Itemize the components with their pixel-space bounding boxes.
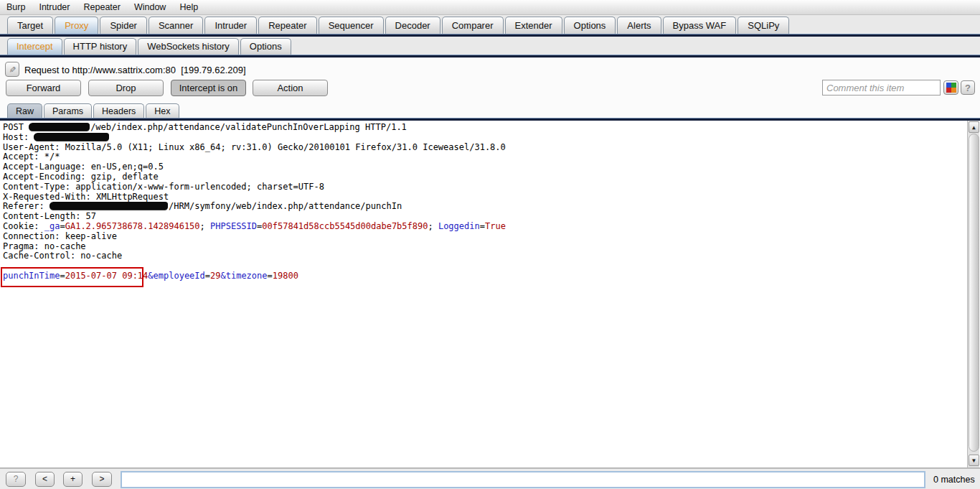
code-segment: = <box>268 271 273 281</box>
edit-request-button[interactable]: ✎ <box>5 62 19 77</box>
code-segment: 19800 <box>273 271 298 281</box>
code-line: Connection: keep-alive <box>3 232 980 242</box>
code-segment: Pragma: no-cache <box>3 241 86 251</box>
code-segment: True <box>485 221 506 231</box>
code-line: Accept: */* <box>3 152 980 162</box>
search-next-button[interactable]: > <box>92 472 112 487</box>
search-add-button[interactable]: + <box>63 472 83 487</box>
forward-button[interactable]: Forward <box>6 80 81 96</box>
code-segment: ; <box>428 221 438 231</box>
code-segment: = <box>205 271 210 281</box>
main-tab-decoder[interactable]: Decoder <box>385 17 440 34</box>
proxy-tab-intercept[interactable]: Intercept <box>7 38 62 55</box>
main-tab-bar: TargetProxySpiderScannerIntruderRepeater… <box>0 17 791 34</box>
code-line: Pragma: no-cache <box>3 242 980 252</box>
code-segment: 00f57841d58ccb5545d00dabe7b5f890 <box>262 221 428 231</box>
main-tab-sqlipy[interactable]: SQLiPy <box>738 17 789 34</box>
code-line: Referer: /HRM/symfony/web/index.php/atte… <box>3 202 980 212</box>
code-line <box>3 261 980 271</box>
code-line: Accept-Language: en-US,en;q=0.5 <box>3 162 980 172</box>
code-segment: punchInTime <box>3 271 60 281</box>
raw-request-editor[interactable]: POST /web/index.php/attendance/validateP… <box>0 121 980 468</box>
code-segment: = <box>480 221 485 231</box>
code-segment: = <box>60 271 65 281</box>
intercept-toggle-button[interactable]: Intercept is on <box>171 80 246 96</box>
code-segment: X-Requested-With: XMLHttpRequest <box>3 192 169 202</box>
help-button[interactable]: ? <box>961 80 975 95</box>
code-segment: Accept: */* <box>3 152 60 162</box>
main-tab-comparer[interactable]: Comparer <box>442 17 504 34</box>
code-segment: /web/index.php/attendance/validatePunchI… <box>90 122 407 132</box>
main-tab-alerts[interactable]: Alerts <box>617 17 661 34</box>
scrollbar-thumb[interactable] <box>969 134 979 452</box>
code-segment: GA1.2.965738678.1428946150 <box>65 221 200 231</box>
redaction-mark <box>50 202 168 210</box>
tab-divider-band <box>0 34 980 37</box>
main-tab-repeater[interactable]: Repeater <box>258 17 316 34</box>
code-segment: _ga <box>44 221 60 231</box>
main-tab-spider[interactable]: Spider <box>100 17 147 34</box>
main-tab-proxy[interactable]: Proxy <box>55 17 98 34</box>
main-tab-extender[interactable]: Extender <box>505 17 562 34</box>
code-line: X-Requested-With: XMLHttpRequest <box>3 192 980 202</box>
highlight-color-button[interactable] <box>943 80 958 95</box>
code-segment: Host: <box>3 132 34 142</box>
code-line: Cache-Control: no-cache <box>3 251 980 261</box>
code-line: Content-Length: 57 <box>3 212 980 222</box>
code-line: Host: <box>3 133 980 143</box>
code-segment: Cookie: <box>3 221 44 231</box>
view-tab-hex[interactable]: Hex <box>146 103 179 118</box>
action-button[interactable]: Action <box>253 80 328 96</box>
request-text: POST /web/index.php/attendance/validateP… <box>0 121 980 292</box>
menu-item-burp[interactable]: Burp <box>6 2 25 12</box>
view-tab-headers[interactable]: Headers <box>93 103 144 118</box>
view-tab-raw[interactable]: Raw <box>7 103 42 118</box>
vertical-scrollbar[interactable]: ▲ ▼ <box>967 121 979 467</box>
menu-item-repeater[interactable]: Repeater <box>84 2 121 12</box>
subtab-divider-band <box>0 55 980 57</box>
code-segment: Connection: keep-alive <box>3 231 117 241</box>
search-bar: ? < + > 0 matches <box>0 468 980 489</box>
request-info-text: Request to http://www.sattrix.com:80 [19… <box>24 65 246 75</box>
proxy-tab-options[interactable]: Options <box>240 38 291 55</box>
menu-item-help[interactable]: Help <box>179 2 198 12</box>
code-line <box>3 281 980 292</box>
code-line: User-Agent: Mozilla/5.0 (X11; Linux x86_… <box>3 143 980 153</box>
code-line: POST /web/index.php/attendance/validateP… <box>3 123 980 133</box>
code-line: punchInTime=2015-07-07 09:14&employeeId=… <box>3 271 980 281</box>
code-segment: = <box>60 221 65 231</box>
code-segment: Content-Length: 57 <box>3 211 96 221</box>
drop-button[interactable]: Drop <box>88 80 164 96</box>
scroll-up-icon[interactable]: ▲ <box>969 121 979 133</box>
code-line: Accept-Encoding: gzip, deflate <box>3 172 980 182</box>
view-tab-params[interactable]: Params <box>44 103 92 118</box>
proxy-tab-websockets-history[interactable]: WebSockets history <box>138 38 239 55</box>
main-tab-options[interactable]: Options <box>564 17 616 34</box>
main-tab-scanner[interactable]: Scanner <box>149 17 203 34</box>
comment-input[interactable] <box>822 80 941 96</box>
main-tab-target[interactable]: Target <box>7 17 53 34</box>
code-segment: &timezone <box>220 271 267 281</box>
main-tab-bypass-waf[interactable]: Bypass WAF <box>663 17 737 34</box>
search-previous-button[interactable]: < <box>35 472 55 487</box>
code-segment: /HRM/symfony/web/index.php/attendance/pu… <box>169 201 402 211</box>
main-tab-sequencer[interactable]: Sequencer <box>319 17 384 34</box>
menu-item-window[interactable]: Window <box>134 2 166 12</box>
code-line: Cookie: _ga=GA1.2.965738678.1428946150; … <box>3 222 980 232</box>
redaction-mark <box>34 133 109 141</box>
code-segment: POST <box>3 122 29 132</box>
proxy-tab-bar: InterceptHTTP historyWebSockets historyO… <box>0 38 293 55</box>
menu-bar: BurpIntruderRepeaterWindowHelp <box>0 0 980 15</box>
code-segment: Loggedin <box>438 221 480 231</box>
code-segment: Content-Type: application/x-www-form-url… <box>3 182 324 192</box>
main-tab-intruder[interactable]: Intruder <box>204 17 257 34</box>
code-segment: ; <box>200 221 210 231</box>
code-segment: Cache-Control: no-cache <box>3 251 122 261</box>
search-input[interactable] <box>121 471 925 488</box>
color-squares-icon <box>946 83 956 93</box>
scroll-down-icon[interactable]: ▼ <box>969 455 979 466</box>
pencil-icon: ✎ <box>7 65 17 73</box>
search-help-button[interactable]: ? <box>6 472 26 487</box>
menu-item-intruder[interactable]: Intruder <box>39 2 70 12</box>
proxy-tab-http-history[interactable]: HTTP history <box>64 38 137 55</box>
